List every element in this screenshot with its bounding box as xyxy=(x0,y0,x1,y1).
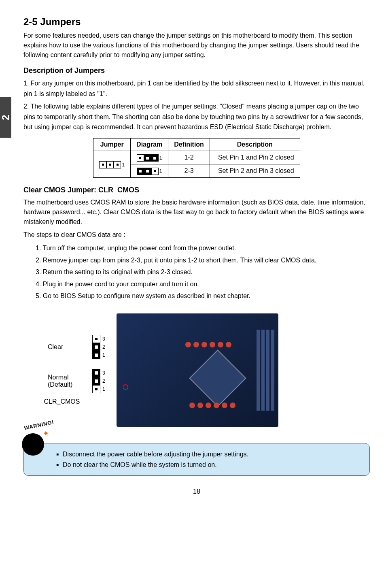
desc-23: Set Pin 2 and Pin 3 closed xyxy=(210,164,300,178)
clr-cmos-name: CLR_CMOS xyxy=(23,398,100,405)
step-2: 2. Remove jumper cap from pins 2-3, put … xyxy=(36,255,370,266)
desc-12: Set Pin 1 and Pin 2 closed xyxy=(210,151,300,164)
desc-item-1: 1. For any jumper on this motherboard, p… xyxy=(23,78,370,99)
clear-jumper-row: Clear 1 2 3 xyxy=(48,335,100,359)
step-1: 1. Turn off the computer, unplug the pow… xyxy=(36,243,370,254)
clear-pins-icon: 1 2 3 xyxy=(92,335,100,359)
jumper-diagram-column: Clear 1 2 3 Normal (Default) 1 2 xyxy=(23,335,100,405)
section-heading: 2-5 Jumpers xyxy=(23,16,370,28)
jumper-table: Jumper Diagram Definition Description 1 xyxy=(93,138,300,178)
desc-item-2: 2. The following table explains differen… xyxy=(23,101,370,132)
th-jumper: Jumper xyxy=(93,138,131,151)
th-description: Description xyxy=(210,138,300,151)
motherboard-image xyxy=(117,313,278,427)
diagram-12-icon: 1 xyxy=(137,154,162,162)
step-3: 3. Return the setting to its original wi… xyxy=(36,267,370,277)
capacitors-row-icon xyxy=(185,342,231,347)
spark-icon: ✦ xyxy=(42,428,49,438)
clear-label: Clear xyxy=(48,343,80,351)
intro-paragraph: For some features needed, users can chan… xyxy=(23,31,370,60)
diagram-12-cell: 1 xyxy=(131,151,168,164)
clear-cmos-heading: Clear CMOS Jumper: CLR_CMOS xyxy=(23,186,370,194)
memory-slots-icon xyxy=(257,330,274,411)
description-list: 1. For any jumper on this motherboard, p… xyxy=(23,78,370,132)
def-12: 1-2 xyxy=(168,151,210,164)
normal-jumper-row: Normal (Default) 1 2 3 xyxy=(48,369,100,393)
steps-list: 1. Turn off the computer, unplug the pow… xyxy=(23,243,370,301)
jumper-example-cell: 1 xyxy=(93,151,131,177)
step-4: 4. Plug in the power cord to your comput… xyxy=(36,279,370,290)
normal-label: Normal (Default) xyxy=(48,374,80,388)
diagram-23-cell: 1 xyxy=(131,164,168,178)
jumper-table-wrap: Jumper Diagram Definition Description 1 xyxy=(23,138,370,178)
description-heading: Description of Jumpers xyxy=(23,66,370,75)
th-definition: Definition xyxy=(168,138,210,151)
th-diagram: Diagram xyxy=(131,138,168,151)
clear-cmos-intro: The motherboard uses CMOS RAM to store t… xyxy=(23,198,370,227)
steps-intro: The steps to clear CMOS data are : xyxy=(23,230,370,240)
chapter-number: 2 xyxy=(0,115,11,120)
warning-box: WARNING! ✦ Disconnect the power cable be… xyxy=(23,443,370,476)
warning-item-1: Disconnect the power cable before adjust… xyxy=(56,449,361,460)
cpu-socket-icon xyxy=(189,349,246,407)
warning-list: Disconnect the power cable before adjust… xyxy=(56,449,361,470)
normal-pins-icon: 1 2 3 xyxy=(92,369,100,393)
page-number: 18 xyxy=(23,488,370,495)
jumper-location-highlight-icon xyxy=(123,384,128,390)
jumper-3pin-icon: 1 xyxy=(99,161,125,168)
step-5: 5. Go to BIOS Setup to configure new sys… xyxy=(36,291,370,301)
def-23: 2-3 xyxy=(168,164,210,178)
capacitors-row2-icon xyxy=(189,403,235,408)
clr-cmos-diagram-section: Clear 1 2 3 Normal (Default) 1 2 xyxy=(23,313,370,427)
chapter-side-tab: 2 xyxy=(0,97,11,138)
page-content: 2-5 Jumpers For some features needed, us… xyxy=(0,0,386,511)
diagram-23-icon: 1 xyxy=(137,168,162,175)
warning-item-2: Do not clear the CMOS while the system i… xyxy=(56,460,361,470)
warning-bomb-icon: WARNING! ✦ xyxy=(20,425,50,456)
